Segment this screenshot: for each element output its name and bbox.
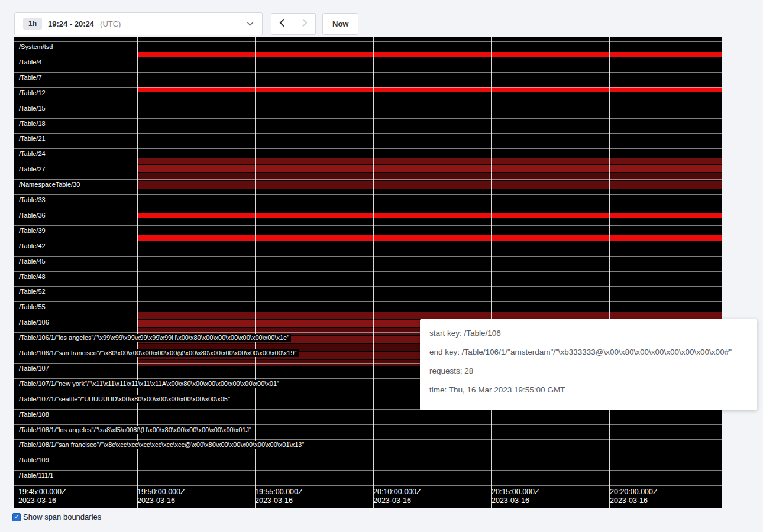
span-boundary-line — [14, 41, 722, 42]
span-key-label: /Table/39 — [18, 227, 47, 235]
tooltip-time: time: Thu, 16 Mar 2023 19:55:00 GMT — [429, 385, 748, 394]
span-key-label: /Table/106 — [18, 319, 51, 326]
span-key-label: /Table/45 — [18, 258, 47, 265]
span-key-label: /Table/52 — [18, 288, 47, 296]
span-boundary-line — [14, 133, 722, 134]
span-key-label: /Table/48 — [18, 273, 47, 281]
span-boundary-line — [14, 194, 722, 195]
x-axis-label: 19:55:00.000Z 2023-03-16 — [255, 488, 303, 505]
span-key-label: /System/tsd — [18, 43, 54, 51]
span-key-label: /Table/106/1/"los angeles"/"\x99\x99\x99… — [18, 334, 291, 342]
span-boundary-line — [14, 148, 722, 149]
span-boundary-line — [14, 317, 722, 317]
span-key-label: /Table/12 — [18, 89, 47, 97]
span-boundary-line — [14, 179, 722, 180]
x-axis-label: 20:10:00.000Z 2023-03-16 — [373, 488, 421, 505]
time-gridline — [255, 37, 256, 508]
chevron-left-icon — [279, 18, 285, 30]
x-axis-label: 20:15:00.000Z 2023-03-16 — [492, 488, 539, 505]
show-span-boundaries-checkbox[interactable] — [12, 513, 21, 521]
span-boundary-line — [14, 103, 722, 103]
x-axis-label: 19:45:00.000Z 2023-03-16 — [18, 488, 66, 505]
span-boundary-line — [14, 241, 722, 241]
heatmap-band[interactable] — [137, 165, 722, 172]
footer: Show span boundaries — [12, 512, 101, 521]
span-boundary-line — [14, 301, 722, 302]
span-key-label: /Table/107 — [18, 365, 51, 372]
chevron-down-icon — [247, 21, 254, 26]
span-boundary-line — [14, 210, 722, 210]
timezone-label: (UTC) — [100, 20, 121, 28]
time-range-select[interactable]: 1h 19:24 - 20:24 (UTC) — [14, 12, 263, 35]
span-boundary-line — [14, 87, 722, 88]
time-gridline — [373, 37, 374, 508]
span-boundary-line — [14, 485, 722, 486]
span-boundary-line — [14, 271, 722, 272]
prev-time-button[interactable] — [271, 13, 293, 35]
span-key-label: /Table/4 — [18, 59, 44, 66]
time-gridline — [609, 37, 610, 508]
span-boundary-line — [14, 424, 722, 425]
span-boundary-line — [14, 439, 722, 440]
tooltip-end-key: end key: /Table/106/1/"amsterdam"/"\xb33… — [429, 348, 748, 356]
key-visualizer-canvas[interactable]: /System/tsd/Table/4/Table/7/Table/12/Tab… — [14, 37, 722, 508]
span-key-label: /Table/108/1/"san francisco"/"\x8c\xcc\x… — [18, 441, 306, 449]
x-axis-label: 20:20:00.000Z 2023-03-16 — [610, 488, 658, 505]
span-boundary-line — [14, 256, 722, 257]
chevron-right-icon — [302, 18, 308, 30]
time-gridline — [491, 37, 492, 508]
span-key-label: /Table/15 — [18, 105, 47, 112]
span-boundary-line — [14, 470, 722, 471]
time-nav-group — [271, 13, 316, 35]
span-key-label: /Table/42 — [18, 242, 47, 250]
x-axis-label: 19:50:00.000Z 2023-03-16 — [137, 488, 185, 505]
span-key-label: /Table/109 — [18, 456, 51, 464]
span-boundary-line — [14, 37, 722, 37]
hover-tooltip: start key: /Table/106 end key: /Table/10… — [420, 319, 757, 410]
tooltip-requests: requests: 28 — [429, 366, 748, 375]
heatmap-band[interactable] — [137, 181, 722, 189]
show-span-boundaries-label: Show span boundaries — [23, 512, 101, 521]
span-key-label: /Table/27 — [18, 166, 47, 173]
span-key-label: /Table/33 — [18, 196, 47, 204]
heatmap-band[interactable] — [137, 235, 722, 241]
heatmap-band[interactable] — [137, 213, 722, 218]
span-key-label: /Table/55 — [18, 303, 47, 311]
span-key-label: /Table/18 — [18, 120, 47, 128]
toolbar: 1h 19:24 - 20:24 (UTC) Now — [14, 12, 358, 35]
span-boundary-line — [14, 72, 722, 73]
now-button[interactable]: Now — [322, 13, 358, 35]
span-boundary-line — [14, 286, 722, 287]
span-boundary-line — [14, 118, 722, 119]
next-time-button[interactable] — [293, 13, 316, 35]
span-key-label: /Table/36 — [18, 212, 47, 219]
duration-badge: 1h — [23, 18, 42, 30]
span-key-label: /Table/108 — [18, 411, 51, 419]
time-range-label: 19:24 - 20:24 — [48, 20, 94, 28]
time-gridline — [137, 37, 138, 508]
span-key-label: /Table/7 — [18, 74, 44, 82]
span-key-label: /Table/107/1/"seattle"/"UUUUUUD\x00\x80\… — [18, 395, 232, 403]
span-boundary-line — [14, 455, 722, 455]
span-boundary-line — [14, 164, 722, 164]
tooltip-start-key: start key: /Table/106 — [429, 329, 748, 338]
span-key-label: /Table/106/1/"san francisco"/"\x80\x00\x… — [18, 349, 299, 357]
heatmap-band[interactable] — [137, 312, 722, 319]
span-key-label: /Table/108/1/"los angeles"/"\xa8\xf5\u00… — [18, 426, 253, 434]
span-key-label: /NamespaceTable/30 — [18, 181, 82, 189]
span-boundary-line — [14, 225, 722, 226]
span-key-label: /Table/24 — [18, 150, 47, 158]
span-key-label: /Table/21 — [18, 135, 47, 142]
span-key-label: /Table/107/1/"new york"/"\x11\x11\x11\x1… — [18, 380, 281, 388]
span-key-label: /Table/111/1 — [18, 472, 55, 479]
heatmap-band[interactable] — [137, 158, 722, 164]
span-boundary-line — [14, 57, 722, 57]
